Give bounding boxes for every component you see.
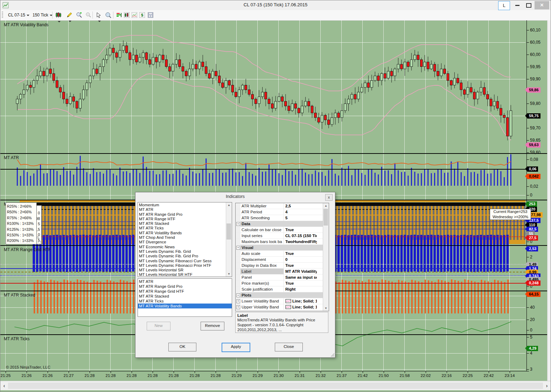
indicator-list-item[interactable]: MT Divergence [138,240,226,244]
remove-button[interactable]: Remove [201,322,224,330]
property-name: ATR Period [240,209,284,215]
available-indicators-list[interactable]: MomentumMT ATRMT ATR Range Grid ProMT AT… [138,202,232,277]
configured-indicator-item[interactable]: MT ATR Ticks [138,299,232,304]
indicator-list-item[interactable]: MT ATR Stacked [138,221,226,226]
configured-indicator-item[interactable]: MT ATR [138,279,232,284]
indicator-list-item[interactable]: MT Levels Dynamic Fibonacci Prior HTF [138,263,226,268]
scroll-up-icon[interactable]: ▲ [226,202,232,208]
expand-icon[interactable]: + [236,305,240,309]
property-name: Visual [240,245,322,250]
scrollbar-thumb[interactable] [8,383,543,389]
price-marker: 4,29 [527,346,538,351]
minimize-button[interactable] [512,1,523,9]
instrument-selector[interactable]: CL 07-15 [7,12,31,19]
indicator-list-item[interactable]: MT ATR [138,207,226,212]
properties-scrollbar[interactable]: ▲ ▼ [323,203,329,311]
time-tick-label: 21:37 [334,373,349,378]
property-row: Maximum bars look baTwoHundredFiftySix [236,239,323,245]
indicator-list-item[interactable]: MT ATR Range HTF [138,217,226,221]
price-marker: 253 [527,201,537,207]
property-value[interactable]: Same as input series [284,275,317,280]
horizontal-scrollbar[interactable]: ‹ › [0,381,551,390]
toolbar: CL 07-15 150 Tick [0,10,551,21]
property-value[interactable]: CL 07-15 (150 Tick) [284,233,317,238]
property-value[interactable]: True [284,227,317,233]
link-button[interactable]: L [498,1,510,10]
configured-indicator-item[interactable]: MT ATR Range Grid Pro [138,284,232,289]
property-value[interactable]: 2,5 [284,203,317,209]
apply-button[interactable]: Apply [222,343,250,352]
property-value[interactable]: MT ATR Volatility Ban [284,269,317,274]
collapse-icon[interactable]: − [236,246,240,250]
scroll-up-icon[interactable]: ▲ [323,203,329,208]
chart-window-button[interactable] [123,12,131,19]
ok-button[interactable]: OK [168,343,196,351]
property-value[interactable]: Line; Solid; 1px [284,298,317,304]
maximize-button[interactable] [523,1,534,9]
time-tick-label: 21:26 [19,373,34,378]
chart-style-button[interactable] [55,12,62,19]
drawing-tools-button[interactable] [65,12,73,19]
property-value[interactable]: 5 [284,215,317,221]
indicator-list-item[interactable]: MT Economic News [138,245,226,249]
property-value[interactable]: True [284,280,317,286]
price-tick [527,320,529,320]
svg-text:$: $ [141,13,143,17]
range-tooltip-line: Wednesday >=200% [490,214,531,220]
indicator-list-item[interactable]: MT ATR Range Grid Pro [138,212,226,217]
indicator-list-item[interactable]: MT Levels Dynamic Fibonacci Curr Sess [138,259,226,263]
time-tick [48,371,48,373]
properties-button[interactable] [147,12,154,19]
price-tick-label: 5 [530,335,532,340]
interval-selector[interactable]: 150 Tick [31,12,54,19]
scroll-down-icon[interactable]: ▼ [323,306,329,311]
indicator-list-item[interactable]: Momentum [138,203,226,207]
configured-indicators-list[interactable]: MT ATRMT ATR Range Grid ProMT ATR Range … [138,278,232,317]
configured-indicator-item[interactable]: MT ATR Range Grid HTF [138,289,232,294]
new-button: New [147,322,170,330]
dialog-close-button[interactable]: x [325,194,333,201]
indicator-list-item[interactable]: MT ATR Ticks [138,226,226,230]
data-box-button[interactable] [104,12,112,19]
property-value[interactable]: True [284,263,317,268]
list-scrollbar[interactable]: ▲ ▼ [226,202,232,277]
property-value[interactable]: 4 [284,209,317,215]
property-value[interactable]: 0 [284,257,317,262]
indicator-list-item[interactable]: MT Levels Dynamic Fib. Grid [138,249,226,254]
zoom-in-button[interactable] [75,12,83,19]
indicator-list-item[interactable]: MT Levels Dynamic Fib. Grid Pro [138,254,226,258]
collapse-icon[interactable]: − [236,293,240,297]
configured-indicator-item[interactable]: MT ATR Volatility Bands [138,304,232,308]
chevron-down-icon [27,15,29,16]
time-tick [216,371,216,373]
properties-grid[interactable]: ATR Multiplier2,5ATR Period4ATR Smoothin… [235,203,329,311]
market-depth-button[interactable] [115,12,123,19]
property-value[interactable]: True [284,251,317,256]
indicator-list-item[interactable]: MT Levels Horizontal SR HTF [138,272,226,277]
collapse-icon[interactable]: − [236,222,240,226]
expand-icon[interactable]: + [236,299,240,303]
property-row: ATR Period4 [236,209,323,215]
account-button[interactable]: $ [138,12,146,19]
property-row: +Upper Volatility BandLine; Solid; 1px [236,304,323,310]
price-tick [527,79,529,79]
scroll-down-icon[interactable]: ▼ [226,271,232,277]
indicator-list-item[interactable]: MT Chop And Trend [138,235,226,240]
resize-grip[interactable] [331,353,334,357]
line-chart-icon [132,12,137,18]
scroll-left-icon[interactable]: ‹ [1,382,7,389]
toolbar-grip[interactable] [2,12,3,19]
property-value[interactable]: TwoHundredFiftySix [284,239,317,244]
close-dialog-button[interactable]: Close [275,343,303,351]
cursor-button[interactable] [95,12,103,19]
property-value[interactable]: Right [284,286,317,292]
property-value[interactable]: Line; Solid; 1px [284,304,317,310]
close-button[interactable]: ✕ [535,1,549,9]
indicator-list-item[interactable]: MT ATR Volatility Bands [138,231,226,235]
configured-indicator-item[interactable]: MT ATR Stacked [138,294,232,299]
scroll-right-icon[interactable]: › [544,382,550,389]
overlay-chart-button[interactable] [131,12,138,19]
time-tick [69,371,69,373]
property-name: Panel [240,275,284,280]
indicator-list-item[interactable]: MT Levels Horizontal SR [138,268,226,272]
